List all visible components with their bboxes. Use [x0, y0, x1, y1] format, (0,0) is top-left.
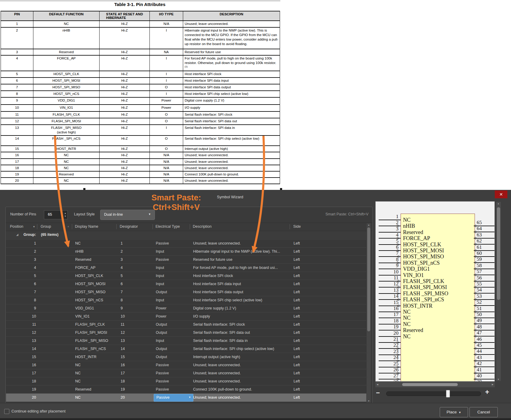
grid-col-header-display-name[interactable]: Display Name [75, 224, 98, 229]
grid-scrollbar-thumb[interactable] [367, 227, 370, 331]
doc-cell: Host interface SPI data output [183, 84, 280, 91]
grid-group-row[interactable]: ◢ Group: (65 items) [6, 231, 366, 239]
doc-table-row: 16NCHi-ZN/AUnused; leave unconnected. [1, 152, 280, 159]
cell-name: HOST_SPI_nCS [75, 298, 119, 302]
grid-col-header-designator[interactable]: Designator [120, 224, 138, 229]
doc-cell: Hi-Z [100, 91, 150, 97]
pin-name: NC [403, 217, 411, 223]
pin-number: 58 [477, 263, 492, 268]
sort-icon[interactable]: ▲ [67, 225, 69, 228]
pin-input-arrow-icon: ◁ [473, 260, 476, 264]
doc-cell: N/A [150, 165, 183, 171]
electrical-type-dropdown[interactable]: Passive▼ [154, 394, 193, 402]
grid-col-header-electrical-type[interactable]: Electrical Type [155, 224, 180, 229]
cell-name: Reserved [75, 257, 119, 262]
pin-name: HOST_SPI_nCS [403, 260, 440, 266]
stepper-down-icon[interactable]: ▾ [65, 215, 66, 218]
pin-row[interactable]: 17NC17PassiveUnused; leave unconnected.L… [6, 369, 366, 377]
zoom-slider-thumb[interactable] [446, 390, 450, 397]
scroll-up-icon[interactable]: ▲ [367, 224, 371, 226]
preview-hscrollbar[interactable]: ◀ ▶ [375, 382, 495, 387]
doc-cell: Connect 100K pull-down to ground. [183, 171, 280, 178]
stepper-up-icon[interactable]: ▴ [65, 212, 66, 215]
grid-col-header-group[interactable]: Group [41, 224, 51, 229]
doc-table-row: 18NCHi-ZN/AUnused; leave unconnected. [1, 165, 280, 171]
pin-row[interactable]: 6HOST_SPI_MOSI6InputHost interface SPI d… [6, 280, 366, 288]
pin-row[interactable]: 19Reserved19PassiveConnect 100K pull-dow… [6, 385, 366, 394]
pin-row[interactable]: 18NC18PassiveUnused; leave unconnected.L… [6, 377, 366, 385]
grid-col-header-side[interactable]: Side [293, 224, 301, 229]
doc-cell: Hi-Z [100, 146, 150, 152]
pin-number: 15 [382, 300, 399, 305]
pin-row[interactable]: 1NC1PassiveUnused; leave unconnected.Lef… [6, 239, 366, 248]
cell-sid: Left [294, 330, 318, 335]
cell-pos: 20 [12, 395, 36, 400]
sort-asc-icon[interactable]: ▲ [33, 225, 35, 228]
cell-typ: Passive [156, 387, 191, 391]
pin-input-arrow-icon: ◁ [473, 371, 476, 375]
cell-sid: Left [294, 314, 318, 318]
pin-row[interactable]: 8HOST_SPI_nCS8InputHost interface SPI ch… [6, 296, 366, 304]
doc-cell: Reserved [33, 49, 100, 55]
doc-cell: 15 [1, 146, 33, 152]
doc-cell: 2 [1, 27, 33, 49]
doc-cell: HOST_SPI_MOSI [33, 78, 100, 84]
scroll-left-icon[interactable]: ◀ [376, 383, 379, 386]
pin-row[interactable]: 7HOST_SPI_MISO7OutputHost interface SPI … [6, 288, 366, 296]
pin-row[interactable]: 10VIN_IO110PowerI/O supplyLeft [6, 312, 366, 321]
pin-row[interactable]: 14FLASH _SPI_nCS14OutputSerial flash int… [6, 345, 366, 353]
pin-row[interactable]: 16NC16PassiveUnused; leave unconnected.L… [6, 361, 366, 369]
place-button[interactable]: Place▼ [440, 407, 468, 417]
pin-row[interactable]: 12FLASH_SPI_MOSI12OutputSerial flash int… [6, 328, 366, 337]
continue-editing-checkbox[interactable] [4, 409, 9, 414]
pin-row[interactable]: 9VDD_DIG19PowerDigital core supply (1.2 … [6, 304, 366, 312]
pin-input-arrow-icon: ◁ [473, 346, 476, 350]
doc-cell: Hi-Z [100, 71, 150, 78]
doc-cell: Host interface SPI chip select (active l… [183, 91, 280, 97]
pin-input-arrow-icon: ◁ [473, 285, 476, 289]
pin-row[interactable]: 20NC20Passive▼Unused; leave unconnected.… [6, 393, 366, 402]
pin-row[interactable]: 5HOST_SPI_CLK5InputHost interface SPI cl… [6, 272, 366, 280]
doc-cell: FLASH_SPI_MOSI [33, 118, 100, 125]
scroll-up-icon[interactable]: ▲ [496, 202, 500, 205]
cell-des: 1 [121, 241, 151, 245]
preview-hscrollbar-thumb[interactable] [402, 383, 458, 386]
cell-des: 19 [121, 387, 151, 391]
grid-col-header-description[interactable]: Description [193, 224, 212, 229]
pin-row[interactable]: 3Reserved3PassiveReserved for future use… [6, 255, 366, 264]
zoom-out-button[interactable]: − [376, 389, 380, 397]
close-icon[interactable]: ✕ [495, 190, 507, 198]
cell-pos: 12 [12, 330, 36, 335]
preview-vscrollbar-thumb[interactable] [497, 207, 500, 300]
pin-input-arrow-icon: ◁ [473, 291, 476, 295]
pin-row[interactable]: 11FLASH_SPI_CLK11OutputSerial flash inte… [6, 320, 366, 329]
pin-input-arrow-icon: ◁ [473, 242, 476, 246]
zoom-slider-track[interactable] [386, 391, 481, 396]
grid-col-header-position[interactable]: Position [10, 224, 23, 229]
zoom-in-button[interactable]: + [485, 388, 489, 396]
grid-scrollbar[interactable]: ▲ ▼ [367, 223, 371, 403]
pin-row[interactable]: 4FORCE_AP4InputFor forced AP mode, pull … [6, 263, 366, 272]
pin-name: VIN_IO1 [403, 272, 424, 278]
group-expand-icon[interactable]: ◢ [16, 233, 18, 236]
scroll-right-icon[interactable]: ▶ [491, 383, 494, 386]
pin-number: 7 [382, 250, 399, 256]
dialog-footer: Continue editing after placement Place▼ … [0, 403, 511, 420]
preview-vscrollbar[interactable]: ▲ ▼ [496, 202, 501, 381]
pin-row[interactable]: 13FLASH _SPI_MISO13InputSerial flash int… [6, 336, 366, 345]
cell-sid: Left [294, 395, 318, 400]
pin-input-arrow-icon: ◁ [473, 236, 476, 240]
doc-table-row: 7HOST_SPI_MISOHi-ZOHost interface SPI da… [1, 84, 280, 91]
doc-cell: I [150, 91, 183, 97]
scroll-down-icon[interactable]: ▼ [496, 378, 500, 380]
pin-row[interactable]: 15HOST_INTR15OutputInterrupt output (act… [6, 353, 366, 361]
doc-cell: VDD_DIG1 [33, 97, 100, 105]
pin-name: HOST_SPI_CLK [403, 242, 441, 248]
number-of-pins-stepper[interactable]: 65 ▴ ▾ [44, 210, 68, 219]
pin-row[interactable]: 2nHIB2InputHibernate signal input to the… [6, 247, 366, 256]
cancel-button[interactable]: Cancel [469, 407, 498, 417]
pin-name: Reserved [403, 229, 423, 236]
doc-cell: FLASH _SPI_MISO(active high) [33, 125, 100, 135]
scroll-down-icon[interactable]: ▼ [367, 400, 371, 402]
cell-name: HOST_SPI_MOSI [75, 282, 119, 286]
